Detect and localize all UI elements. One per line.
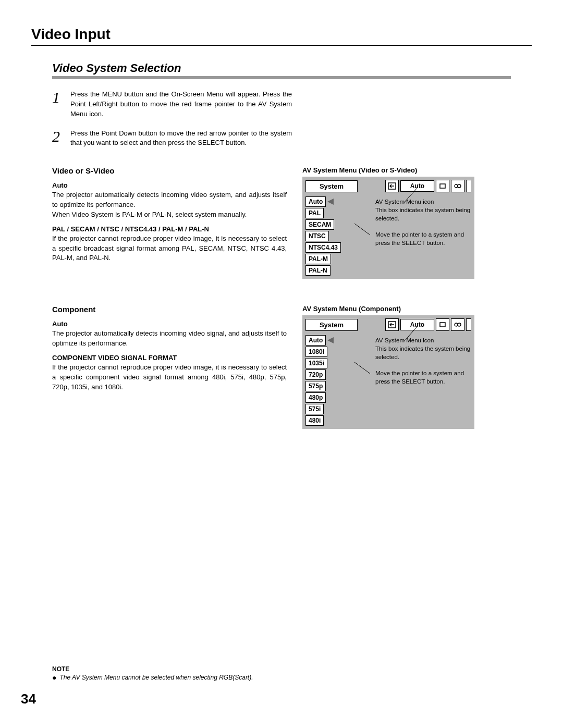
option-480p[interactable]: 480p [305, 392, 326, 403]
option-auto[interactable]: Auto [305, 196, 326, 207]
step-2: 2 Press the Point Down button to move th… [52, 129, 292, 149]
pal-text: If the projector cannot reproduce proper… [52, 234, 287, 264]
pointer-arrow-icon [327, 337, 334, 343]
system-label: System [305, 180, 358, 192]
callout-icon-label: AV System Menu icon [375, 198, 472, 206]
system-label: System [305, 319, 358, 331]
svg-point-5 [458, 184, 461, 188]
callouts-video: AV System Menu icon This box indicates t… [375, 198, 472, 254]
callout-box-label: This box indicates the system being sele… [375, 206, 472, 223]
menu-box-component: System Auto [302, 315, 474, 429]
callout-icon-label: AV System Menu icon [375, 336, 472, 344]
option-ntsc[interactable]: NTSC [305, 231, 329, 241]
page-number: 34 [21, 691, 36, 707]
option-ntsc443[interactable]: NTSC4.43 [305, 242, 341, 253]
option-paln[interactable]: PAL-N [305, 265, 331, 276]
menu-icon-1[interactable] [436, 180, 449, 192]
callout-pointer-label: Move the pointer to a system and press t… [375, 369, 472, 386]
note-heading: NOTE [52, 665, 253, 673]
menu-title-video: AV System Menu (Video or S-Video) [302, 166, 474, 174]
svg-line-7 [354, 362, 370, 374]
option-auto[interactable]: Auto [305, 335, 326, 346]
component-heading: Component [52, 305, 287, 314]
svg-line-1 [354, 224, 370, 235]
section-heading: Video System Selection [52, 61, 511, 79]
svg-rect-9 [440, 323, 445, 327]
comp-auto-heading: Auto [52, 320, 287, 328]
auto-indicator: Auto [400, 180, 434, 192]
menu-icon-1[interactable] [436, 318, 449, 331]
note-text: The AV System Menu cannot be selected wh… [59, 674, 253, 681]
callouts-component: AV System Menu icon This box indicates t… [375, 336, 472, 392]
svg-point-4 [455, 184, 458, 188]
option-575i[interactable]: 575i [305, 404, 324, 414]
comp-format-text: If the projector cannot reproduce proper… [52, 363, 287, 392]
menu-title-component: AV System Menu (Component) [302, 305, 474, 313]
auto-text2: When Video System is PAL-M or PAL-N, sel… [52, 210, 287, 220]
pal-heading: PAL / SECAM / NTSC / NTSC4.43 / PAL-M / … [52, 225, 287, 233]
option-pal[interactable]: PAL [305, 208, 324, 218]
menu-icon-3[interactable] [466, 318, 471, 331]
option-575p[interactable]: 575p [305, 381, 326, 391]
menu-icon-3[interactable] [466, 180, 471, 192]
option-list-video: Auto PAL SECAM NTSC NTSC4.43 PAL-M PAL-N [305, 196, 352, 276]
pointer-arrow-icon [327, 199, 334, 205]
svg-point-10 [455, 323, 458, 326]
option-palm[interactable]: PAL-M [305, 254, 331, 264]
comp-format-heading: COMPONENT VIDEO SIGNAL FORMAT [52, 354, 287, 362]
av-menu-icon[interactable] [385, 180, 399, 192]
note-section: NOTE ● The AV System Menu cannot be sele… [52, 665, 253, 681]
step-text: Press the MENU button and the On-Screen … [70, 90, 292, 119]
page-title: Video Input [31, 26, 532, 46]
auto-indicator: Auto [400, 319, 434, 330]
video-heading: Video or S-Video [52, 166, 287, 175]
comp-auto-text: The projector automatically detects inco… [52, 329, 287, 349]
step-number: 2 [52, 129, 70, 149]
menu-box-video: System Auto [302, 177, 474, 279]
steps-list: 1 Press the MENU button and the On-Scree… [52, 90, 292, 148]
menu-icon-2[interactable] [451, 180, 464, 192]
option-list-component: Auto 1080i 1035i 720p 575p 480p 575i 480… [305, 335, 352, 426]
option-720p[interactable]: 720p [305, 369, 326, 380]
svg-rect-3 [440, 184, 445, 188]
svg-point-11 [458, 323, 461, 326]
auto-text: The projector automatically detects inco… [52, 190, 287, 210]
option-480i[interactable]: 480i [305, 415, 324, 426]
callout-pointer-label: Move the pointer to a system and press t… [375, 230, 472, 247]
callout-box-label: This box indicates the system being sele… [375, 344, 472, 361]
auto-heading: Auto [52, 181, 287, 189]
step-text: Press the Point Down button to move the … [70, 129, 292, 149]
option-1080i[interactable]: 1080i [305, 347, 327, 357]
menu-icon-2[interactable] [451, 318, 464, 331]
option-1035i[interactable]: 1035i [305, 358, 327, 368]
step-number: 1 [52, 90, 70, 119]
av-menu-icon[interactable] [385, 318, 399, 331]
bullet-icon: ● [52, 674, 56, 681]
option-secam[interactable]: SECAM [305, 219, 334, 230]
step-1: 1 Press the MENU button and the On-Scree… [52, 90, 292, 119]
